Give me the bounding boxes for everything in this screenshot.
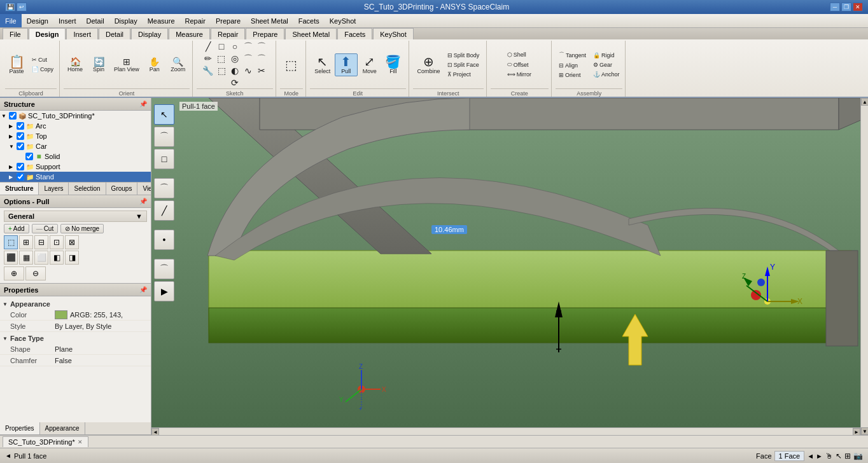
viewport-btn-extra2[interactable]: ▶ <box>154 281 174 301</box>
cut-button[interactable]: ✂Cut <box>29 55 57 64</box>
gear-button[interactable]: ⚙ Gear <box>590 60 623 69</box>
sketch-btn-16[interactable]: ⟳ <box>228 77 241 88</box>
add-button[interactable]: + Add <box>4 224 29 233</box>
tree-item-solid[interactable]: ■ Solid <box>0 151 151 162</box>
status-icon-2[interactable]: ↖ <box>836 452 842 460</box>
tree-item-sc-tuto[interactable]: ▼ 📦 SC_Tuto_3DPrinting* <box>0 111 151 121</box>
menu-measure[interactable]: Measure <box>143 14 180 27</box>
viewport-btn-3[interactable]: ⌒ <box>154 178 174 198</box>
sketch-btn-8[interactable]: ◎ <box>228 53 241 64</box>
sketch-btn-15[interactable]: ✂ <box>255 65 268 76</box>
sketch-btn-11[interactable]: 🔧 <box>201 65 214 76</box>
align-button[interactable]: ⊟ Align <box>556 61 589 70</box>
menu-prepare[interactable]: Prepare <box>211 14 246 27</box>
grid-icon-6[interactable]: ⬛ <box>4 251 18 265</box>
structure-header[interactable]: Structure 📌 <box>0 98 151 111</box>
scroll-down-button[interactable]: ▼ <box>861 427 868 435</box>
spin-button[interactable]: 🔄 Spin <box>87 55 110 74</box>
tab-file[interactable]: File <box>3 28 28 39</box>
tree-checkbox-car[interactable] <box>17 142 24 150</box>
scroll-left-button[interactable]: ◄ <box>151 428 159 435</box>
appearance-header[interactable]: ▼ Appearance <box>0 299 151 309</box>
quick-access-save[interactable]: 💾 <box>5 3 15 11</box>
tab-views[interactable]: Views <box>137 183 151 195</box>
extra-icon-2[interactable]: ⊖ <box>25 266 46 280</box>
status-icon-3[interactable]: ⊞ <box>844 452 851 460</box>
tab-insert[interactable]: Insert <box>66 28 98 39</box>
sketch-btn-2[interactable]: □ <box>215 41 228 52</box>
menu-detail[interactable]: Detail <box>81 14 109 27</box>
face-type-header[interactable]: ▼ Face Type <box>0 333 151 343</box>
menu-file[interactable]: File <box>0 14 22 27</box>
rigid-button[interactable]: 🔒 Rigid <box>590 51 623 60</box>
copy-button[interactable]: 📄Copy <box>29 65 57 74</box>
tree-item-top[interactable]: ▶ 📁 Top <box>0 131 151 141</box>
menu-facets[interactable]: Facets <box>293 14 325 27</box>
tree-checkbox-stand[interactable] <box>17 173 24 181</box>
general-section-header[interactable]: General ▼ <box>4 211 147 222</box>
menu-design[interactable]: Design <box>22 14 53 27</box>
tree-item-support[interactable]: ▶ 📁 Support <box>0 162 151 172</box>
scroll-track-h[interactable] <box>159 428 853 435</box>
sketch-btn-13[interactable]: ◐ <box>228 65 241 76</box>
tree-checkbox-sc-tuto[interactable] <box>9 112 17 120</box>
tab-keyshot[interactable]: KeyShot <box>373 28 414 39</box>
pull-button[interactable]: ⬆ Pull <box>335 53 358 76</box>
nav-prev-icon[interactable]: ◄ <box>5 452 11 459</box>
tree-item-car[interactable]: ▼ 📁 Car <box>0 141 151 151</box>
mode-button[interactable]: ⬚ <box>280 57 303 73</box>
expand-arrow[interactable]: ▼ <box>1 113 8 119</box>
tangent-button[interactable]: ⌒ Tangent <box>556 50 589 60</box>
combine-button[interactable]: ⊕ Combine <box>414 53 444 76</box>
expand-arrow-top[interactable]: ▶ <box>9 134 15 139</box>
restore-button[interactable]: ❐ <box>841 3 851 11</box>
sketch-btn-7[interactable]: ⬚ <box>215 53 228 64</box>
scroll-right-button[interactable]: ► <box>853 428 860 435</box>
expand-arrow-stand[interactable]: ▶ <box>9 174 15 180</box>
tab-facets[interactable]: Facets <box>337 28 372 39</box>
grid-icon-10[interactable]: ◨ <box>65 251 79 265</box>
orient-assembly-button[interactable]: ⊞ Orient <box>556 71 589 79</box>
tree-checkbox-support[interactable] <box>17 163 24 170</box>
close-button[interactable]: ✕ <box>853 3 863 11</box>
grid-icon-8[interactable]: ⬜ <box>34 251 48 265</box>
grid-icon-1[interactable]: ⬚ <box>4 235 18 249</box>
expand-arrow-car[interactable]: ▼ <box>9 144 15 149</box>
status-icon-4[interactable]: 📷 <box>853 452 863 460</box>
tree-checkbox-top[interactable] <box>17 132 24 140</box>
doc-tab-main[interactable]: SC_Tuto_3DPrinting* ✕ <box>3 436 88 447</box>
vertical-scrollbar[interactable]: ▲ ▼ <box>860 98 868 435</box>
select-button[interactable]: ↖ Select <box>311 53 334 76</box>
grid-icon-3[interactable]: ⊟ <box>34 235 48 249</box>
viewport[interactable]: Pull-1 face <box>151 98 868 435</box>
no-merge-button[interactable]: ⊘ No merge <box>60 224 104 233</box>
viewport-btn-edge[interactable]: ⌒ <box>154 127 174 147</box>
zoom-button[interactable]: 🔍 Zoom <box>167 55 190 74</box>
tab-design[interactable]: Design <box>29 28 66 39</box>
tab-prepare[interactable]: Prepare <box>246 28 284 39</box>
sketch-btn-6[interactable]: ✏ <box>202 53 214 64</box>
sketch-btn-5[interactable]: ⌒ <box>255 41 268 52</box>
minimize-button[interactable]: ─ <box>830 3 840 11</box>
properties-pin-icon[interactable]: 📌 <box>139 286 147 293</box>
menu-insert[interactable]: Insert <box>53 14 81 27</box>
pan-button[interactable]: ✋ Pan <box>143 55 166 74</box>
quick-access-undo[interactable]: ↩ <box>17 3 27 11</box>
grid-icon-4[interactable]: ⊡ <box>50 235 64 249</box>
menu-keyshot[interactable]: KeyShot <box>325 14 361 27</box>
status-icon-1[interactable]: 🖱 <box>825 452 833 460</box>
menu-sheet-metal[interactable]: Sheet Metal <box>246 14 293 27</box>
fill-button[interactable]: 🪣 Fill <box>382 53 405 76</box>
options-pin-icon[interactable]: 📌 <box>139 198 147 205</box>
viewport-select-button[interactable]: ↖ <box>154 104 174 125</box>
options-header[interactable]: Options - Pull 📌 <box>0 195 151 208</box>
sketch-btn-4[interactable]: ⌒ <box>242 41 255 52</box>
extra-icon-1[interactable]: ⊕ <box>4 266 24 280</box>
horizontal-scrollbar[interactable]: ◄ ► <box>151 427 860 435</box>
tab-measure[interactable]: Measure <box>169 28 210 39</box>
tab-layers[interactable]: Layers <box>39 183 69 195</box>
color-swatch[interactable] <box>55 310 67 319</box>
offset-button[interactable]: ⬭ Offset <box>504 60 535 69</box>
structure-pin-icon[interactable]: 📌 <box>139 100 147 107</box>
tab-structure[interactable]: Structure <box>0 183 39 195</box>
